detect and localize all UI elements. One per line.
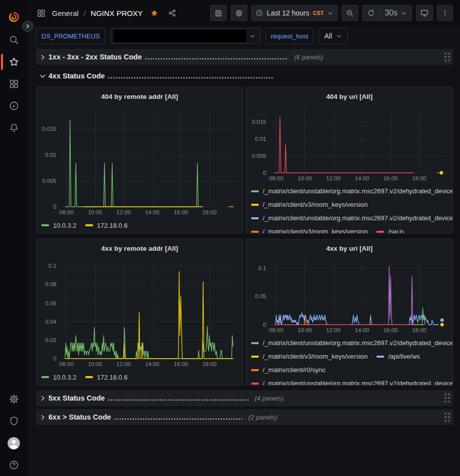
panel-404-by-uri: 404 by uri [All] 00.0050.010.01508:0010:… [246,87,453,234]
svg-text:0.08: 0.08 [45,281,56,287]
breadcrumb-folder[interactable]: General [52,9,78,17]
legend-item[interactable]: /_matrix/client/unstable/org.matrix.msc2… [251,211,453,225]
row-5xx-status-code[interactable]: 5xx Status Code ........................… [36,390,453,406]
request-host-value: All [324,32,332,40]
series-color-swatch [85,376,93,378]
breadcrumb-separator: / [83,9,85,17]
row-drag-handle[interactable] [445,413,450,422]
legend-item[interactable]: /api/live/ws [377,350,420,363]
panel-title[interactable]: 4xx by uri [All] [246,239,453,257]
share-icon [168,8,177,17]
time-series-chart[interactable]: 00.020.040.060.080.108:0010:0012:0014:00… [36,257,243,369]
svg-text:10:00: 10:00 [88,361,102,367]
legend-item[interactable]: 172.18.0.6 [85,219,127,232]
row-title: 5xx Status Code [48,394,105,402]
row-6xx-status-code[interactable]: 6xx > Status Code ......................… [36,409,453,425]
row-title-leader-dots: ........................................… [108,394,249,402]
svg-text:0.06: 0.06 [45,300,56,306]
svg-text:0.015: 0.015 [42,126,56,132]
series-color-swatch [251,369,259,371]
row-drag-handle[interactable] [445,52,450,61]
share-dashboard-button[interactable] [168,8,177,17]
series-color-swatch [251,342,259,344]
svg-text:14:00: 14:00 [355,175,369,181]
series-label: 10.0.3.2 [53,222,76,229]
kebab-menu-icon [441,9,449,17]
panel-4xx-by-uri: 4xx by uri [All] 00.050.108:0010:0012:00… [246,239,453,386]
svg-text:18:00: 18:00 [412,175,427,181]
time-range-label: Last 12 hours [267,9,309,17]
sidebar-item-dashboards[interactable] [0,73,27,95]
legend-item[interactable]: /_matrix/client/v3/room_keys/version [251,225,368,233]
refresh-interval-label: 30s [385,8,398,17]
sidebar-item-configuration[interactable] [0,388,27,410]
legend-item[interactable]: 172.18.0.6 [85,371,127,384]
search-icon [8,34,19,45]
sidebar-item-search[interactable] [0,29,27,51]
legend-item[interactable]: 10.0.3.2 [41,219,76,232]
variable-request-host-label[interactable]: request_host [265,28,314,44]
legend-item[interactable]: /_matrix/client/v3/room_keys/version [251,350,368,363]
legend-item[interactable]: /_matrix/client/unstable/org.matrix.msc2… [251,336,453,350]
series-label: /_matrix/client/v3/room_keys/version [263,353,368,360]
time-series-chart[interactable]: 00.0050.010.01508:0010:0012:0014:0016:00… [36,105,243,217]
time-range-picker[interactable]: Last 12 hours CST [251,5,338,21]
series-color-swatch [251,217,259,219]
cycle-view-mode-button[interactable] [416,5,433,21]
legend-item[interactable]: /sw.js [377,225,404,233]
unstar-dashboard-button[interactable] [150,8,159,17]
time-series-chart[interactable]: 00.050.108:0010:0012:0014:0016:0018:00 [246,257,453,335]
variable-datasource-select[interactable] [110,28,260,44]
panel-title[interactable]: 4xx by remote addr [All] [36,239,243,257]
row-1xx-3xx-2xx-status-code[interactable]: 1xx - 3xx - 2xx Status Code ............… [36,49,453,65]
series-color-swatch [41,224,49,226]
sidebar-item-explore[interactable] [0,95,27,117]
panel-grid: 404 by remote addr [All] 00.0050.010.015… [36,87,453,386]
legend-item[interactable]: 10.0.3.2 [41,371,76,384]
row-title: 4xx Status Code [48,72,105,80]
sidebar-item-user-profile[interactable] [0,432,27,454]
variable-datasource-label[interactable]: DS_PROMETHEUS [36,28,105,44]
refresh-dashboard-button[interactable] [363,5,380,20]
dashboard-variables-bar: DS_PROMETHEUS request_host All [27,26,460,46]
dashboards-grid-icon [8,78,19,89]
legend-item[interactable]: /_matrix/client/unstable/org.matrix.msc2… [251,184,453,198]
panel-title[interactable]: 404 by remote addr [All] [36,87,243,105]
compass-icon [8,100,19,111]
sidebar-item-starred[interactable] [0,51,27,73]
svg-text:08:00: 08:00 [59,361,74,367]
zoom-out-time-button[interactable] [342,5,358,21]
legend-item[interactable]: /_matrix/client/r0/sync [251,363,326,377]
svg-text:12:00: 12:00 [326,327,341,333]
series-label: /_matrix/client/v3/room_keys/version [263,228,368,233]
svg-text:0.005: 0.005 [252,153,266,159]
svg-text:14:00: 14:00 [355,327,369,333]
series-label: /_matrix/client/unstable/org.matrix.msc2… [263,214,453,222]
row-drag-handle[interactable] [445,394,450,403]
save-dashboard-button[interactable] [210,5,227,21]
series-label: 172.18.0.6 [97,222,127,229]
row-4xx-status-code[interactable]: 4xx Status Code ........................… [36,68,453,84]
panel-title[interactable]: 404 by uri [All] [246,87,453,105]
svg-text:18:00: 18:00 [202,209,217,215]
breadcrumb-dashboard-title[interactable]: NGINX PROXY [91,9,143,17]
svg-text:12:00: 12:00 [116,361,131,367]
time-series-chart[interactable]: 00.0050.010.01508:0010:0012:0014:0016:00… [246,105,453,183]
sidebar-item-help[interactable] [0,454,27,476]
svg-text:0.1: 0.1 [48,263,56,269]
sidebar-expand-button[interactable] [22,20,33,32]
row-title-leader-dots: ........................................… [108,72,274,80]
clock-icon [255,9,263,17]
sidebar-item-alerting[interactable] [0,117,27,139]
monitor-icon [420,8,429,17]
more-options-button[interactable] [437,5,453,21]
series-label: /_matrix/client/unstable/org.matrix.msc2… [263,187,453,195]
series-color-swatch [41,376,49,378]
variable-request-host-select[interactable]: All [319,28,348,44]
legend-item[interactable]: /_matrix/client/v3/room_keys/version [251,198,368,211]
svg-text:16:00: 16:00 [174,209,188,215]
refresh-interval-picker[interactable]: 30s [380,5,412,20]
legend-item[interactable]: /_matrix/client/unstable/org.matrix.msc2… [251,377,453,385]
dashboard-settings-button[interactable] [231,5,247,21]
sidebar-item-server-admin[interactable] [0,410,27,432]
